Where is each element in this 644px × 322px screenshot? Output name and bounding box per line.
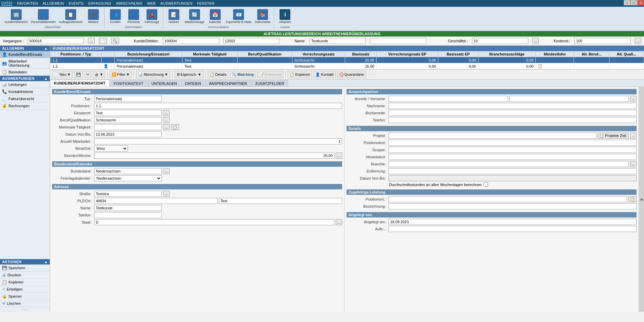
einsatzort-browse-button[interactable]: ... [163,110,170,116]
eigenschaften-button[interactable]: ⚙ Eigensch. ▼ [175,71,203,78]
toolbar-kalender[interactable]: 📅 Kalender [206,8,224,25]
kostenst-browse-button[interactable]: ... [635,38,641,44]
zugehorige-pos-input[interactable] [388,196,627,202]
kopieren-toolbar-button[interactable]: 📋 Kopieren [288,71,312,78]
erfassung-button[interactable]: 📝 Erfassung [257,71,284,78]
sidebar-item-erledigen[interactable]: ✓ Erledigen [0,286,50,293]
toolbar-infopoint[interactable]: ℹ Infopoint [276,8,294,25]
toolbar-importierte-emails[interactable]: 📧 Importierte E-Mails [225,8,253,25]
projekte-zeit-button[interactable]: 📋 Projekte Zeit. [598,133,629,139]
toolbar-weitere[interactable]: ➕ Weitere [85,8,102,25]
geschst-input[interactable] [472,38,529,44]
beruf-input[interactable] [94,117,162,123]
geschst-browse-button[interactable]: ... [532,38,539,44]
tab-unterlagen[interactable]: UNTERLAGEN [148,80,181,87]
name-input2[interactable] [370,38,426,44]
kunde-input1[interactable] [163,38,219,44]
cut-button[interactable]: ✂ [84,71,91,78]
stunden-browse-button[interactable]: ... [336,153,342,159]
typ-input[interactable] [94,96,162,102]
neu-button[interactable]: 📄 Neu ▼ [52,71,73,78]
table-row[interactable]: 1.2. 👤 Personaleinsatz Test Schlosser/in… [50,63,644,69]
staat-browse-button[interactable]: ... [336,219,342,225]
tab-dateien[interactable]: DATEIEN [181,80,205,87]
table-row[interactable]: 1.1. 👤 Personaleinsatz Test Schlosser/in… [50,57,644,63]
projekt-input[interactable] [388,133,596,139]
vorgangsnr-new-button[interactable]: 📄 [99,38,107,44]
entfernung-input[interactable] [388,168,637,174]
abrechnung-button[interactable]: 📊 Abrechnung ▼ [136,71,170,78]
toolbar-kunden[interactable]: 👥 Kunden [107,8,124,25]
hinweistext-input[interactable] [388,154,637,160]
sidebar-item-fakturuebersicht[interactable]: 🧾 Fakturübersicht [0,95,50,102]
zugehorige-bezeichnung-input[interactable] [388,203,637,209]
sidebar-section-allgemein[interactable]: ALLGEMEIN ▲ [0,46,50,51]
save-button[interactable]: 💾 [74,71,83,78]
right-expand-handle[interactable]: ◀ [639,87,644,312]
merkmale-extra-button[interactable]: 📋 [171,124,179,130]
minimize-button[interactable]: – [624,0,630,5]
print-button[interactable]: 🖨 ▼ [93,71,105,78]
sidebar-item-basisdaten[interactable]: 📋 Basisdaten [0,69,50,76]
anrede-browse-button[interactable]: ... [630,96,637,102]
plz-input[interactable] [94,198,218,204]
sidebar-item-kontakthistorie[interactable]: 📞 Kontakthistorie [0,88,50,95]
tab-zusatzfelder[interactable]: ZUSATZFELDER [251,80,288,87]
toolbar-notizen[interactable]: 📝 Notizen [165,8,183,25]
tab-ansprechpartner[interactable]: ANSPRECHPARTNER [205,80,251,87]
toolbar-fahrzeuge[interactable]: 🚗 Fahrzeuge [143,8,161,25]
positionsnr-input[interactable] [94,103,342,109]
menu-erfassung[interactable]: ERFASSUNG [88,1,111,5]
quarantane-button[interactable]: 🚫 Quarantäne [337,71,366,78]
bundesland-browse-button[interactable]: ... [163,168,170,174]
strasse-input[interactable] [94,191,162,197]
name-input[interactable] [310,38,366,44]
stunden-input[interactable] [94,153,334,159]
westost-select[interactable]: West Ost [94,145,128,152]
briefanrede-input[interactable] [388,110,637,116]
menu-datei[interactable]: DATEI [1,1,12,6]
vorgangsnr-input[interactable] [28,38,84,44]
branche-input[interactable] [388,161,629,167]
projekt-browse-button[interactable]: ... [630,133,637,139]
kontakt-button[interactable]: 👤 Kontakt [313,71,335,78]
vorgangsnr-browse-button[interactable]: ... [88,38,94,44]
sidebar-section-aktionen[interactable]: AKTIONEN ▲ [0,259,50,264]
menu-allgemein[interactable]: ALLGEMEIN [43,1,64,5]
kostenst-input[interactable] [574,38,631,44]
nachname-input[interactable] [388,103,637,109]
toolbar-kundenuebersicht[interactable]: 🏢 Kundenübersicht [3,8,29,25]
telefon-ansprechpartner-input[interactable] [388,117,637,123]
staat-input[interactable] [94,219,334,225]
auftr-input[interactable] [388,226,637,232]
sidebar-item-drucken[interactable]: 🖨 Drucken [0,272,50,279]
anrede-input[interactable] [388,96,508,102]
positionstext-input[interactable] [388,140,637,146]
toolbar-personaluebersicht[interactable]: 👤 Personalübersicht [30,8,57,25]
merkmale-input[interactable] [94,124,162,130]
menu-abrechnung[interactable]: ABRECHNUNG [116,1,142,5]
menu-web[interactable]: WEB [147,1,156,5]
name-adresse-input[interactable] [94,205,162,211]
sidebar-item-rechnungen[interactable]: 💰 Rechnungen [0,102,50,110]
einsatzort-input[interactable] [94,110,162,116]
kunde-input2[interactable] [223,38,280,44]
toolbar-personal[interactable]: 👤 Personal [125,8,142,25]
datum-input[interactable] [94,131,162,137]
vorname-input[interactable] [509,96,629,102]
matching-button[interactable]: 🔍 Matching [230,71,256,78]
strasse-browse-button[interactable]: ... [163,191,170,197]
telefon-adresse-input[interactable] [94,212,162,218]
beruf-browse-button[interactable]: ... [163,117,170,123]
sidebar-item-leistungen[interactable]: 📊 Leistungen [0,81,50,88]
gruppe-input[interactable] [388,147,637,153]
menu-fenster[interactable]: FENSTER [197,1,214,5]
feiertagskal-select[interactable]: Niedersachsen [94,175,162,181]
tab-kunde-beruf-einsatzort[interactable]: KUNDE/BERUF/EINSATZORT [50,80,109,87]
bundesland-input[interactable] [94,168,162,174]
branche-browse-button[interactable]: ... [630,161,637,167]
sidebar-item-speichern[interactable]: 💾 Speichern [0,264,50,272]
sidebar-item-kopieren[interactable]: 📋 Kopieren [0,279,50,286]
menu-auswertungen[interactable]: AUSWERTUNGEN [160,1,193,5]
toolbar-dokumente[interactable]: 📚 Dokumente [253,8,272,25]
